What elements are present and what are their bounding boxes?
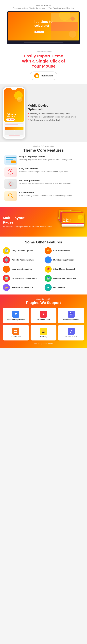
other-icon-9: A xyxy=(45,284,52,291)
other-label-1: Lots of Shortcodes xyxy=(53,250,70,252)
other-heading: Some Other Features xyxy=(3,240,84,244)
section-mobile: It's time tocelebrate! Order Now Mobile … xyxy=(0,84,87,142)
feature-text-3: No Coding Required No need to be a profe… xyxy=(19,180,72,185)
other-label-9: Google Fonts xyxy=(53,286,65,289)
other-item-8: ✨ Awesome Fontello Icons xyxy=(3,284,42,291)
plugin-icon-booked xyxy=(68,310,75,318)
feature-no-coding: 🚫 No Coding Required No need to be a pro… xyxy=(4,180,83,188)
other-icon-6: 🖼️ xyxy=(3,275,10,282)
svg-text:7: 7 xyxy=(71,330,72,332)
install-button-label: Installation xyxy=(41,74,53,77)
svg-rect-6 xyxy=(15,315,17,315)
installation-button[interactable]: Installation xyxy=(30,72,57,80)
plugin-icon-mailchimp xyxy=(40,328,47,335)
core-tag: For Easy Website Creation xyxy=(3,145,84,147)
section-other-features: Some Other Features 🔄 Easy Automatic Upd… xyxy=(0,236,87,294)
plugins-grid: WPBakery Page Builder Revolution Slider xyxy=(3,308,84,340)
plugin-contact-form: 7 Contact Form 7 xyxy=(58,325,84,340)
feature-thumb-1 xyxy=(4,156,17,164)
other-item-1: ⚡ Lots of Shortcodes xyxy=(45,247,84,254)
screen-line1: It's time to xyxy=(34,20,53,24)
phone-screen: It's time tocelebrate! Order Now xyxy=(4,88,24,122)
svg-rect-13 xyxy=(70,314,71,315)
phone-outer: It's time tocelebrate! Order Now xyxy=(3,87,26,139)
other-label-8: Awesome Fontello Icons xyxy=(12,286,33,289)
other-icon-0: 🔄 xyxy=(3,247,10,254)
svg-rect-12 xyxy=(72,312,72,313)
other-item-0: 🔄 Easy Automatic Updates xyxy=(3,247,42,254)
plugin-booked: Booked Appointments xyxy=(58,308,84,323)
feature-text-4: SEO Optimized HTML code integrated into … xyxy=(19,192,72,197)
meet-tag: Meet PartyMaker! xyxy=(3,4,84,6)
mobile-feature-2: ✓ The theme uses Mobile Friendly sliders… xyxy=(28,116,84,118)
multilayout-text: Multi Layout Pages We create Several Uni… xyxy=(3,216,54,228)
other-item-3: 🌐 Multi Language Support xyxy=(45,256,84,264)
plugin-mailchimp: MailChimp xyxy=(31,325,57,340)
phone-notch xyxy=(11,88,17,90)
feature-thumb-4 xyxy=(4,192,17,200)
other-item-9: A Google Fonts xyxy=(45,284,84,291)
laptop-screen-text: It's time to celebrate! Order Now xyxy=(32,17,55,36)
svg-rect-14 xyxy=(71,314,71,315)
plugin-label-2: Booked Appointments xyxy=(63,319,79,320)
feature-drag-drop: Drag & Drop Page Builder WPBakery Page B… xyxy=(4,156,83,164)
other-label-7: Customizable Google Map xyxy=(53,277,76,280)
phone-screen-text: It's time tocelebrate! Order Now xyxy=(6,113,22,120)
feature-thumb-3: 🚫 xyxy=(4,180,17,188)
check-icon-3: ✓ xyxy=(28,119,29,121)
other-item-6: 🖼️ Parallax Effect Backgrounds xyxy=(3,275,42,282)
svg-rect-5 xyxy=(15,314,16,314)
svg-rect-15 xyxy=(72,314,72,315)
other-label-3: Multi Language Support xyxy=(53,259,74,261)
import-tag: One Click Installation xyxy=(3,51,84,52)
other-label-5: Sticky Menus Supported xyxy=(53,268,75,270)
other-icon-7: 🗺️ xyxy=(45,275,52,282)
section-core-features: For Easy Website Creation Theme Core Fea… xyxy=(0,142,87,207)
plugin-essential-grid: Essential Grid xyxy=(3,325,29,340)
plugin-icon-wpbakery xyxy=(12,310,19,318)
svg-point-25 xyxy=(44,331,44,331)
feature-easy-customize: Easy to Customize Awesome easy-to-use op… xyxy=(4,168,83,176)
plugin-icon-essential-grid xyxy=(12,328,19,335)
svg-rect-18 xyxy=(14,332,16,333)
other-icon-3: 🌐 xyxy=(45,256,52,264)
svg-rect-17 xyxy=(16,330,17,331)
other-label-2: Powerful Admin Interface xyxy=(12,259,34,261)
section-plugins: Free & Compatible Plugins We Support WPB… xyxy=(0,294,87,348)
feature-thumb-2 xyxy=(4,168,17,176)
section-meet: Meet PartyMaker! An Awesome User-Friendl… xyxy=(0,0,87,46)
feature-text-1: Drag & Drop Page Builder WPBakery Page B… xyxy=(19,156,72,161)
other-icon-5: 📌 xyxy=(45,266,52,273)
multilayout-desc: We create Several Unique Demos with Diff… xyxy=(3,226,54,228)
other-icon-1: ⚡ xyxy=(45,247,52,254)
other-item-5: 📌 Sticky Menus Supported xyxy=(45,266,84,273)
check-icon-2: ✓ xyxy=(28,116,29,118)
other-icon-4: ☰ xyxy=(3,266,10,273)
plugin-label-0: WPBakery Page Builder xyxy=(7,319,25,320)
other-label-4: Mega Menu Compatible xyxy=(12,268,32,270)
mobile-content: Mobile Device Optimization ✓ Absolutely … xyxy=(28,104,84,122)
section-import: One Click Installation Easily Import Dem… xyxy=(0,46,87,84)
plugin-label-5: Contact Form 7 xyxy=(65,336,77,338)
import-headline: Easily Import Demo With a Single Click o… xyxy=(3,54,84,69)
laptop-mockup: It's time to celebrate! Order Now xyxy=(7,11,80,44)
screen-line2: celebrate! xyxy=(34,24,53,28)
plugin-wpbakery: WPBakery Page Builder xyxy=(3,308,29,323)
other-icon-2: ⚙️ xyxy=(3,256,10,264)
core-heading: Theme Core Features xyxy=(3,148,84,152)
phone-mockup: It's time tocelebrate! Order Now xyxy=(3,87,26,139)
plugins-tag: Free & Compatible xyxy=(3,298,84,300)
other-label-0: Easy Automatic Updates xyxy=(12,250,33,252)
laptop-base xyxy=(8,40,79,42)
svg-rect-19 xyxy=(16,332,17,333)
plugins-more: and many more others xyxy=(3,342,84,345)
svg-rect-4 xyxy=(15,314,17,314)
svg-rect-16 xyxy=(14,330,16,331)
other-label-6: Parallax Effect Backgrounds xyxy=(12,277,37,280)
features-list: Drag & Drop Page Builder WPBakery Page B… xyxy=(3,156,84,200)
plugin-label-1: Revolution Slider xyxy=(37,319,50,320)
laptop-foot xyxy=(24,42,63,43)
svg-point-24 xyxy=(43,331,43,331)
plugin-revolution: Revolution Slider xyxy=(31,308,57,323)
plugin-label-4: MailChimp xyxy=(40,336,48,338)
